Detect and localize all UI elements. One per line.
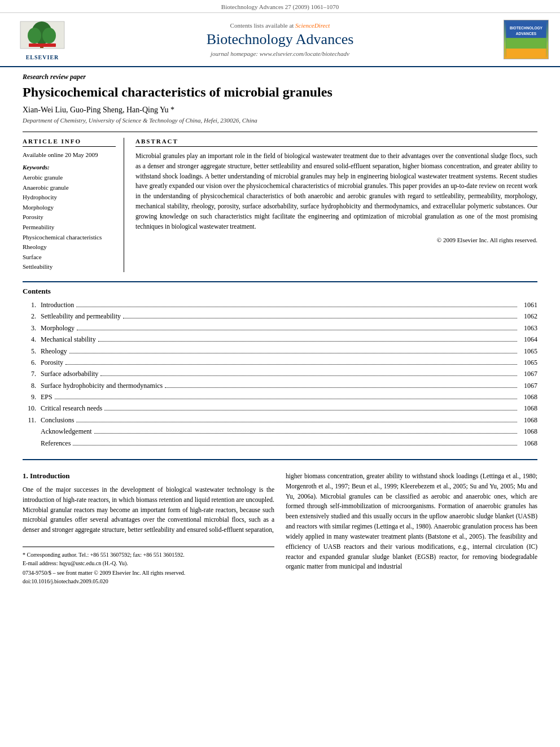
toc-label-wrapper: Rheology1065 xyxy=(41,346,537,357)
body-two-column: 1. Introduction One of the major success… xyxy=(23,466,537,584)
affiliation-line: Department of Chemistry, University of S… xyxy=(23,117,537,124)
elsevier-label: ELSEVIER xyxy=(26,54,59,60)
toc-item: 7.Surface adsorbability1067 xyxy=(23,368,537,379)
elsevier-logo: ELSEVIER xyxy=(11,19,73,60)
journal-title-area: Contents lists available at ScienceDirec… xyxy=(73,22,487,57)
toc-dots xyxy=(73,445,517,445)
authors-text: Xian-Wei Liu, Guo-Ping Sheng, Han-Qing Y… xyxy=(23,106,174,114)
intro-heading: 1. Introduction xyxy=(23,471,274,480)
toc-num: 8. xyxy=(23,380,41,391)
article-info-column: ARTICLE INFO Available online 20 May 200… xyxy=(23,138,124,272)
abstract-text: Microbial granules play an important rol… xyxy=(135,151,537,245)
keywords-label: Keywords: xyxy=(23,164,116,171)
toc-label-text: Acknowledgement xyxy=(41,426,92,437)
keyword-item: Rheology xyxy=(23,242,116,252)
keyword-item: Aerobic granule xyxy=(23,173,116,183)
toc-label-wrapper: Critical research needs1068 xyxy=(41,403,537,414)
keyword-item: Permeability xyxy=(23,222,116,233)
toc-item: 3.Morphology1063 xyxy=(23,322,537,334)
intro-text-right: higher biomass concentration, greater ab… xyxy=(286,473,537,570)
journal-homepage: journal homepage: www.elsevier.com/locat… xyxy=(73,50,487,57)
biotech-logo-area: BIOTECHNOLOGY ADVANCES xyxy=(487,20,549,59)
toc-label-wrapper: Surface adsorbability1067 xyxy=(41,368,537,379)
toc-item: 1.Introduction1061 xyxy=(23,299,537,311)
toc-dots xyxy=(77,330,517,330)
toc-label-wrapper: Acknowledgement1068 xyxy=(41,426,537,437)
body-column-right: higher biomass concentration, greater ab… xyxy=(286,471,537,584)
article-type: Research review paper xyxy=(23,73,537,81)
toc-num: 1. xyxy=(23,299,41,311)
keyword-item: Settleability xyxy=(23,262,116,272)
toc-page: 1068 xyxy=(519,403,537,414)
keyword-item: Surface xyxy=(23,252,116,263)
toc-dots xyxy=(76,422,517,422)
toc-label-wrapper: Surface hydrophobicity and thermodynamic… xyxy=(41,380,537,391)
email-address: E-mail address: hqyu@ustc.edu.cn (H.-Q. … xyxy=(23,559,274,567)
toc-page: 1067 xyxy=(519,380,537,391)
article-content: Research review paper Physicochemical ch… xyxy=(0,67,560,596)
toc-item: 8.Surface hydrophobicity and thermodynam… xyxy=(23,380,537,391)
elsevier-logo-area: ELSEVIER xyxy=(11,19,73,60)
toc-num xyxy=(23,438,41,449)
intro-paragraph-1: One of the major successes in the develo… xyxy=(23,485,274,535)
toc-label-wrapper: EPS1068 xyxy=(41,391,537,403)
svg-point-3 xyxy=(28,28,41,43)
toc-dots xyxy=(76,307,517,307)
article-main-title: Physicochemical characteristics of micro… xyxy=(23,85,537,100)
toc-label-wrapper: References1068 xyxy=(41,438,537,449)
toc-item: 4.Mechanical stability1064 xyxy=(23,334,537,345)
toc-container: 1.Introduction10612.Settleability and pe… xyxy=(23,299,537,449)
body-divider xyxy=(23,459,537,460)
toc-num: 7. xyxy=(23,368,41,379)
toc-page: 1065 xyxy=(519,346,537,357)
toc-label-text: Rheology xyxy=(41,346,67,357)
toc-label-text: References xyxy=(41,438,71,449)
toc-page: 1067 xyxy=(519,368,537,379)
toc-label-text: Introduction xyxy=(41,299,74,311)
toc-label-wrapper: Conclusions1068 xyxy=(41,414,537,426)
intro-paragraph-right: higher biomass concentration, greater ab… xyxy=(286,471,537,572)
body-column-left: 1. Introduction One of the major success… xyxy=(23,471,274,584)
available-online: Available online 20 May 2009 xyxy=(23,151,116,158)
keyword-item: Hydrophocity xyxy=(23,193,116,203)
page-wrapper: Biotechnology Advances 27 (2009) 1061–10… xyxy=(0,0,560,596)
abstract-body: Microbial granules play an important rol… xyxy=(135,152,537,230)
toc-dots xyxy=(123,318,517,318)
article-info-title: ARTICLE INFO xyxy=(23,138,116,147)
toc-num: 5. xyxy=(23,346,41,357)
toc-num xyxy=(23,426,41,437)
intro-text-1: One of the major successes in the develo… xyxy=(23,486,274,533)
toc-dots xyxy=(69,353,517,353)
toc-num: 4. xyxy=(23,334,41,345)
svg-rect-7 xyxy=(506,38,546,49)
toc-item: 9.EPS1068 xyxy=(23,391,537,403)
toc-num: 9. xyxy=(23,391,41,403)
svg-rect-8 xyxy=(506,49,546,57)
toc-item: 11.Conclusions1068 xyxy=(23,414,537,426)
toc-label-wrapper: Porosity1065 xyxy=(41,357,537,368)
corresponding-author: * Corresponding author. Tel.: +86 551 36… xyxy=(23,551,274,559)
toc-label-text: Porosity xyxy=(41,357,63,368)
authors-line: Xian-Wei Liu, Guo-Ping Sheng, Han-Qing Y… xyxy=(23,106,537,115)
abstract-column: ABSTRACT Microbial granules play an impo… xyxy=(135,138,537,272)
keyword-item: Porosity xyxy=(23,212,116,222)
toc-label-text: Surface adsorbability xyxy=(41,368,98,379)
keyword-item: Physicochemical characteristics xyxy=(23,233,116,243)
doi-line-1: 0734-9750/$ – see front matter © 2009 El… xyxy=(23,570,274,576)
journal-title: Biotechnology Advances xyxy=(73,31,487,48)
toc-num: 6. xyxy=(23,357,41,368)
footnote-area: * Corresponding author. Tel.: +86 551 36… xyxy=(23,547,274,584)
toc-label-text: Surface hydrophobicity and thermodynamic… xyxy=(41,380,163,391)
contents-section: Contents 1.Introduction10612.Settleabili… xyxy=(23,281,537,449)
article-meta-row: ARTICLE INFO Available online 20 May 200… xyxy=(23,132,537,272)
toc-num: 11. xyxy=(23,414,41,426)
sciencedirect-link[interactable]: ScienceDirect xyxy=(295,22,330,29)
toc-page: 1064 xyxy=(519,334,537,345)
toc-dots xyxy=(65,364,517,365)
toc-label-wrapper: Mechanical stability1064 xyxy=(41,334,537,345)
toc-dots xyxy=(100,375,517,376)
toc-dots xyxy=(98,341,517,342)
toc-label-text: Conclusions xyxy=(41,414,74,426)
toc-page: 1065 xyxy=(519,357,537,368)
toc-label-text: Morphology xyxy=(41,322,75,334)
